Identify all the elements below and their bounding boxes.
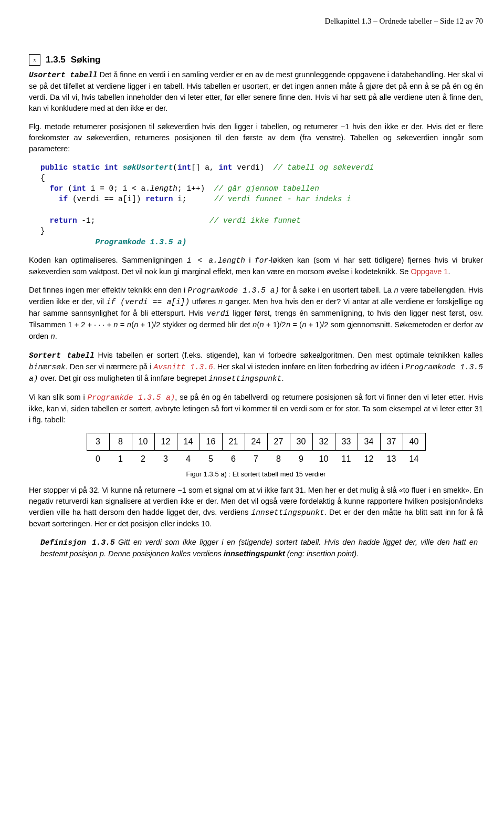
index-cell: 13 (380, 451, 403, 468)
array-cell: 34 (358, 433, 380, 451)
section-heading: x 1.3.5 Søking (29, 54, 483, 67)
array-cell: 27 (267, 433, 290, 451)
index-cell: 14 (403, 451, 425, 468)
index-cell: 3 (154, 451, 177, 468)
array-cell: 30 (290, 433, 312, 451)
avsnitt-link[interactable]: Avsnitt 1.3.6 (154, 363, 213, 371)
heading-icon: x (29, 54, 40, 66)
array-cell: 14 (177, 433, 200, 451)
array-cell: 12 (154, 433, 177, 451)
paragraph-6: Vi kan slik som i Programkde 1.3.5 a), s… (29, 392, 483, 425)
programkode-link[interactable]: Programkde 1.3.5 a) (87, 393, 175, 402)
paragraph-3: Koden kan optimaliseres. Sammenligningen… (29, 255, 483, 277)
heading-title: Søking (71, 54, 101, 67)
index-cell: 9 (290, 451, 312, 468)
array-cell: 10 (132, 433, 154, 451)
paragraph-1: Usortert tabell Det å finne en verdi i e… (29, 69, 483, 114)
array-cell: 21 (222, 433, 245, 451)
index-cell: 1 (109, 451, 132, 468)
index-cell: 10 (312, 451, 335, 468)
paragraph-2: Flg. metode returnerer posisjonen til sø… (29, 121, 483, 154)
array-cell: 24 (245, 433, 267, 451)
array-cell: 37 (380, 433, 403, 451)
index-cell: 11 (335, 451, 358, 468)
array-cell: 40 (403, 433, 425, 451)
paragraph-5: Sortert tabell Hvis tabellen er sortert … (29, 350, 483, 385)
array-cell: 32 (312, 433, 335, 451)
index-cell: 8 (267, 451, 290, 468)
array-figure: 3810121416212427303233343740 01234567891… (29, 433, 483, 480)
run-in-label: Usortert tabell (29, 71, 98, 79)
index-cell: 2 (132, 451, 154, 468)
array-cell: 3 (87, 433, 109, 451)
array-table: 3810121416212427303233343740 01234567891… (87, 433, 426, 468)
definition-block: Definisjon 1.3.5 Gitt en verdi som ikke … (40, 537, 478, 559)
paragraph-7: Her stopper vi på 32. Vi kunne nå return… (29, 485, 483, 529)
index-cell: 5 (200, 451, 222, 468)
index-cell: 0 (87, 451, 109, 468)
array-cell: 16 (200, 433, 222, 451)
index-cell: 4 (177, 451, 200, 468)
heading-number: 1.3.5 (46, 54, 66, 67)
array-cell: 33 (335, 433, 358, 451)
figure-caption: Figur 1.3.5 a) : Et sortert tabell med 1… (186, 470, 326, 480)
paragraph-4: Det finnes ingen mer effektiv teknikk en… (29, 285, 483, 342)
oppgave-link[interactable]: Oppgave 1 (411, 267, 448, 276)
run-in-label-2: Sortert tabell (29, 351, 94, 360)
page-header: Delkapittel 1.3 – Ordnede tabeller – Sid… (29, 16, 483, 27)
code-block-1: public static int søkUsortert(int[] a, i… (29, 162, 483, 247)
code-caption: Programkode 1.3.5 a) (95, 238, 186, 246)
index-cell: 7 (245, 451, 267, 468)
array-cell: 8 (109, 433, 132, 451)
definition-title: Definisjon 1.3.5 (40, 538, 115, 547)
index-cell: 6 (222, 451, 245, 468)
index-cell: 12 (358, 451, 380, 468)
